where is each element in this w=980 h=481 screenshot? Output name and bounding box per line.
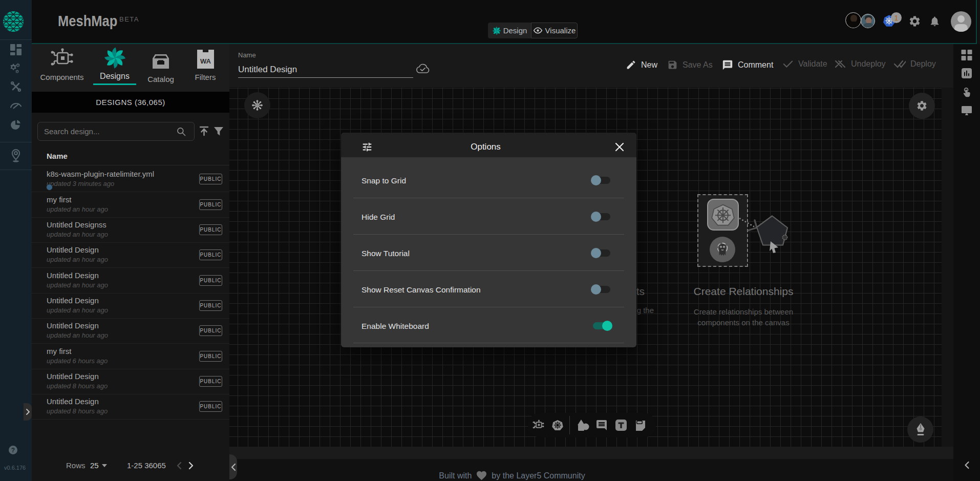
svg-text:?: ? [11, 447, 15, 454]
svg-text:WA: WA [200, 57, 211, 65]
